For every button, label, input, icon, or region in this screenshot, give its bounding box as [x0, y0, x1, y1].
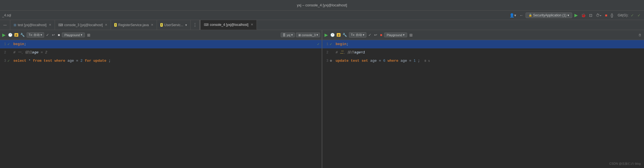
brace-button[interactable]: {}: [610, 13, 614, 18]
git-check2[interactable]: ✓: [636, 13, 642, 18]
right-code-3: update test set age = 6 where age = 1 ; …: [333, 57, 644, 65]
title-bar: yxj – console_4 [yxj@localhost]: [0, 0, 644, 11]
right-playground-chevron: ▾: [403, 33, 405, 37]
console4-icon: ⌨: [204, 23, 209, 27]
file-label: _4.sql: [2, 13, 11, 17]
left-tx-label: Tx: 自动: [29, 33, 40, 37]
left-check-btn[interactable]: ✓: [45, 32, 50, 38]
left-wrench-btn[interactable]: 🔧: [19, 32, 26, 38]
tab-register[interactable]: I RegisterService.java ✕: [111, 20, 157, 30]
console-icon: ⌨: [58, 23, 63, 27]
left-history-btn[interactable]: 🕐: [7, 32, 13, 38]
coverage-button[interactable]: ⊡: [588, 13, 594, 18]
left-code-2: # 一、锁住age = 2: [11, 48, 322, 57]
left-undo-btn[interactable]: ↩: [51, 32, 56, 38]
right-wrench-btn[interactable]: 🔧: [342, 32, 348, 38]
left-line-1: 1 ✓ begin; ✓: [0, 40, 322, 48]
left-console-label: console_3: [302, 33, 316, 37]
tab-userservice[interactable]: I UserServic... ▾: [157, 20, 190, 30]
right-p-btn[interactable]: p: [337, 33, 341, 37]
right-extra-btn[interactable]: 🗒: [638, 33, 642, 37]
tabs-row: — ⊞ test [yxj@localhost] ✕ ⌨ console_3 […: [0, 20, 644, 30]
run-button[interactable]: ▶: [573, 12, 579, 18]
left-console-icon: 🖥: [298, 33, 301, 37]
right-history-btn[interactable]: 🕐: [329, 32, 336, 38]
left-run-button[interactable]: ▶: [2, 32, 6, 38]
left-pane: ▶ 🕐 p 🔧 Tx: 自动 ▾ ✓ ↩ ■ Playground ▾ ⊞ 🗄 …: [0, 30, 322, 168]
left-line1-right-check: ✓: [317, 40, 320, 48]
left-code-editor[interactable]: 1 ✓ begin; ✓ 2 # 一、锁住age = 2: [0, 40, 322, 168]
right-stop-btn[interactable]: ■: [379, 32, 383, 38]
left-stop-btn[interactable]: ■: [57, 32, 61, 38]
user-icon-btn[interactable]: 👤▾: [508, 13, 517, 18]
tab-console4-close[interactable]: ✕: [251, 23, 253, 26]
right-code-editor[interactable]: 1 ✓ begin; 2 # 二、操作age=1: [322, 40, 644, 168]
java-icon-register: I: [114, 23, 117, 27]
left-db-selector[interactable]: 🗄 yxj ▾: [281, 33, 295, 37]
left-tx-chevron: ▾: [40, 33, 42, 37]
stop-button[interactable]: ■: [604, 13, 608, 18]
left-db-chevron: ▾: [291, 33, 293, 37]
git-label: Git(G):: [618, 13, 628, 17]
left-db-icon: 🗄: [283, 33, 286, 37]
watermark: CSDN @伍振仁の blog: [609, 162, 641, 166]
right-code-1: begin;: [333, 40, 644, 48]
left-console-chevron: ▾: [316, 33, 318, 37]
right-pane-toolbar: ▶ 🕐 p 🔧 Tx: 自动 ▾ ✓ ↩ ■ Playground ▾ ⊞ 🗒: [322, 30, 644, 40]
back-btn[interactable]: ←: [518, 13, 524, 18]
left-line-3: 3 ✓ select * from test where age = 2 for: [0, 57, 322, 65]
db-icon: ⊞: [14, 23, 16, 27]
tab-dash[interactable]: —: [0, 20, 10, 30]
left-code-1: begin;: [11, 40, 317, 48]
right-tx-chevron: ▾: [363, 33, 364, 37]
tab-register-close[interactable]: ✕: [151, 23, 153, 27]
left-playground-label: Playground: [64, 33, 80, 37]
right-gutter-3: 3 ⚙: [322, 57, 333, 65]
left-console-selector[interactable]: 🖥 console_3 ▾: [296, 33, 320, 37]
left-gutter-3: 3 ✓: [0, 57, 11, 65]
tab-overflow-btn[interactable]: ⋮: [191, 20, 199, 30]
java-icon-user: I: [160, 23, 163, 27]
left-line-2: 2 # 一、锁住age = 2: [0, 48, 322, 57]
right-run-button[interactable]: ▶: [324, 32, 328, 38]
left-status-3: ✓: [7, 57, 10, 65]
tab-console4[interactable]: ⌨ console_4 [yxj@localhost] ✕: [201, 20, 257, 30]
tab-console3-close[interactable]: ✕: [105, 23, 107, 27]
panes-container: ▶ 🕐 p 🔧 Tx: 自动 ▾ ✓ ↩ ■ Playground ▾ ⊞ 🗄 …: [0, 30, 644, 168]
right-playground-label: Playground: [387, 33, 402, 37]
right-playground-btn[interactable]: Playground ▾: [384, 33, 407, 37]
left-table-icon-btn[interactable]: ⊞: [86, 32, 92, 38]
time-badge: 8 s: [424, 59, 430, 63]
left-pane-toolbar: ▶ 🕐 p 🔧 Tx: 自动 ▾ ✓ ↩ ■ Playground ▾ ⊞ 🗄 …: [0, 30, 322, 40]
left-gutter-1: 1 ✓: [0, 40, 11, 48]
left-playground-btn[interactable]: Playground ▾: [62, 33, 85, 37]
run-config-icon: 🔒: [529, 14, 532, 17]
left-playground-chevron: ▾: [81, 33, 82, 37]
profile-button[interactable]: ⏱▾: [595, 13, 603, 18]
right-line-1: 1 ✓ begin;: [322, 40, 644, 48]
right-undo-btn[interactable]: ↩: [373, 32, 378, 38]
main-toolbar: _4.sql 👤▾ ← 🔒 SecurityApplication (1) ▾ …: [0, 11, 644, 20]
tab-test[interactable]: ⊞ test [yxj@localhost] ✕: [10, 20, 55, 30]
tab-console3[interactable]: ⌨ console_3 [yxj@localhost] ✕: [55, 20, 111, 30]
left-p-btn[interactable]: p: [14, 33, 18, 37]
run-config-selector[interactable]: 🔒 SecurityApplication (1) ▾: [526, 13, 572, 18]
tab-test-close[interactable]: ✕: [49, 23, 51, 27]
left-db-label: yxj: [286, 33, 290, 37]
right-status-1: ✓: [329, 40, 332, 48]
right-pane: ▶ 🕐 p 🔧 Tx: 自动 ▾ ✓ ↩ ■ Playground ▾ ⊞ 🗒: [322, 30, 644, 168]
right-table-icon-btn[interactable]: ⊞: [408, 32, 414, 38]
git-check1[interactable]: ✓: [630, 13, 635, 18]
run-config-chevron: ▾: [567, 13, 569, 17]
right-gutter-2: 2: [322, 48, 333, 57]
right-check-btn[interactable]: ✓: [367, 32, 372, 38]
right-gutter-1: 1 ✓: [322, 40, 333, 48]
right-status-3: ⚙: [329, 57, 332, 65]
window-title: yxj – console_4 [yxj@localhost]: [297, 3, 347, 7]
right-line-3: 3 ⚙ update test set age = 6 where age = …: [322, 57, 644, 65]
debug-button[interactable]: 🐞: [580, 13, 587, 18]
left-tx-dropdown[interactable]: Tx: 自动 ▾: [27, 32, 44, 38]
right-tx-dropdown[interactable]: Tx: 自动 ▾: [349, 32, 366, 38]
left-status-1: ✓: [7, 40, 10, 48]
run-config-label: SecurityApplication (1): [533, 13, 566, 17]
